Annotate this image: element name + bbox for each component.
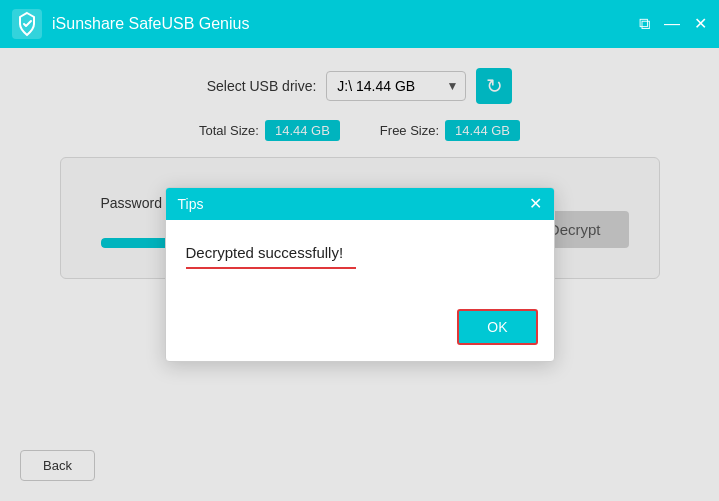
- app-logo-icon: [12, 9, 42, 39]
- dialog-close-button[interactable]: ✕: [529, 196, 542, 212]
- tips-dialog: Tips ✕ Decrypted successfully! OK: [165, 187, 555, 362]
- window-controls: ⧉ — ✕: [639, 16, 707, 32]
- dialog-body: Decrypted successfully!: [166, 220, 554, 299]
- minimize-button[interactable]: —: [664, 16, 680, 32]
- app-title: iSunshare SafeUSB Genius: [52, 15, 639, 33]
- dialog-title-bar: Tips ✕: [166, 188, 554, 220]
- close-button[interactable]: ✕: [694, 16, 707, 32]
- ok-button[interactable]: OK: [457, 309, 537, 345]
- share-button[interactable]: ⧉: [639, 16, 650, 32]
- dialog-message: Decrypted successfully!: [186, 244, 534, 261]
- dialog-underline: [186, 267, 356, 269]
- dialog-footer: OK: [166, 299, 554, 361]
- title-bar: iSunshare SafeUSB Genius ⧉ — ✕: [0, 0, 719, 48]
- main-content: Select USB drive: J:\ 14.44 GB ▼ ↻ Total…: [0, 48, 719, 501]
- dialog-title: Tips: [178, 196, 204, 212]
- modal-overlay: Tips ✕ Decrypted successfully! OK: [0, 48, 719, 501]
